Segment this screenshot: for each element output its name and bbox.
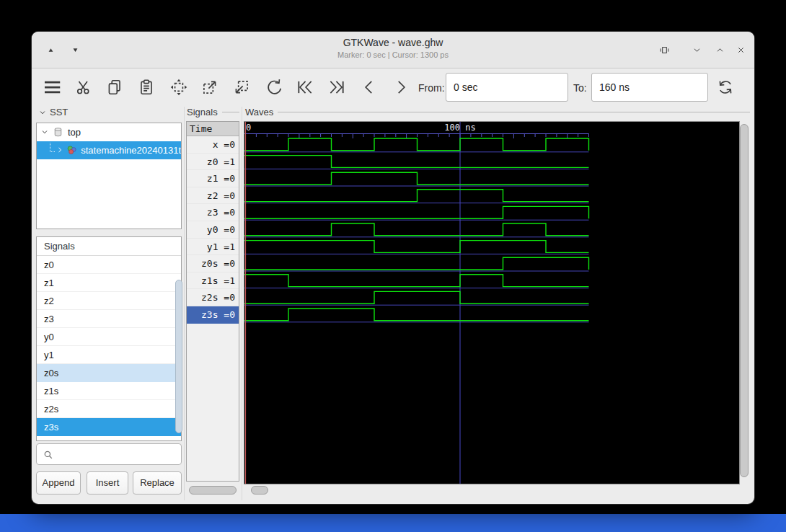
tree-item-label: top bbox=[68, 123, 81, 141]
reload-button[interactable] bbox=[713, 75, 738, 99]
step-left-button[interactable] bbox=[357, 75, 381, 99]
jump-end-icon bbox=[327, 78, 346, 97]
zoom-out-button[interactable] bbox=[229, 75, 254, 99]
signal-list-item-z0s[interactable]: z0s bbox=[37, 364, 181, 382]
signal-list-item-z0[interactable]: z0 bbox=[37, 256, 181, 274]
wave-name-z1s[interactable]: z1s =1 bbox=[187, 272, 239, 290]
frame-line bbox=[278, 112, 750, 112]
svg-text:100 ns: 100 ns bbox=[444, 123, 475, 133]
paned-separator[interactable] bbox=[184, 107, 185, 500]
desktop: GTKWave - wave.ghw Marker: 0 sec | Curso… bbox=[0, 0, 786, 532]
signal-list-item-z2[interactable]: z2 bbox=[37, 292, 181, 310]
sst-tree: topstatemachine20240131t bbox=[36, 123, 182, 229]
zoom-fit-button[interactable] bbox=[167, 75, 191, 99]
signal-list-item-y1[interactable]: y1 bbox=[37, 346, 181, 364]
triangle-up-icon bbox=[45, 45, 56, 56]
time-header[interactable]: Time bbox=[187, 122, 239, 136]
cut-icon bbox=[74, 78, 93, 97]
jump-start-icon bbox=[296, 78, 314, 97]
nav-up-button[interactable] bbox=[42, 41, 59, 58]
from-input[interactable] bbox=[446, 73, 568, 102]
copy-button[interactable] bbox=[102, 75, 127, 99]
wave-name-y0[interactable]: y0 =0 bbox=[187, 221, 239, 239]
tree-item-statemachine20240131t[interactable]: statemachine20240131t bbox=[37, 141, 181, 159]
replace-button[interactable]: Replace bbox=[133, 471, 182, 495]
to-label: To: bbox=[573, 82, 587, 94]
wave-name-z1[interactable]: z1 =0 bbox=[187, 170, 239, 187]
waves-vscrollbar-thumb[interactable] bbox=[740, 124, 749, 477]
search-icon bbox=[42, 448, 55, 461]
wave-name-z0s[interactable]: z0s =0 bbox=[187, 255, 239, 272]
nav-down-button[interactable] bbox=[66, 41, 84, 58]
zoom-in-icon bbox=[200, 78, 219, 97]
database-icon bbox=[52, 126, 65, 139]
expander-right-icon[interactable] bbox=[55, 145, 65, 156]
paste-icon bbox=[137, 78, 156, 97]
wave-name-z3[interactable]: z3 =0 bbox=[187, 204, 239, 221]
signals-frame-label-text: Signals bbox=[187, 107, 218, 118]
frame-line bbox=[222, 112, 239, 112]
wave-name-z3s[interactable]: z3s =0 bbox=[187, 306, 239, 324]
wave-canvas[interactable]: 0100 ns bbox=[244, 121, 740, 484]
insert-button[interactable]: Insert bbox=[87, 471, 128, 495]
close-icon bbox=[735, 44, 747, 56]
tree-item-top[interactable]: top bbox=[37, 123, 181, 141]
zoom-fit-icon bbox=[169, 78, 188, 97]
fit-icon bbox=[658, 44, 671, 56]
signal-list-item-z2s[interactable]: z2s bbox=[37, 400, 181, 418]
zoom-in-button[interactable] bbox=[198, 75, 222, 99]
undo-icon bbox=[264, 78, 283, 97]
signal-list-item-z1s[interactable]: z1s bbox=[37, 382, 181, 400]
sst-header[interactable]: SST bbox=[37, 107, 68, 118]
minimize-button[interactable] bbox=[688, 41, 705, 58]
tree-guide bbox=[50, 143, 55, 152]
copy-icon bbox=[105, 78, 124, 97]
wave-name-z0[interactable]: z0 =1 bbox=[187, 154, 239, 171]
signal-list-item-z1[interactable]: z1 bbox=[37, 274, 181, 292]
window-title: GTKWave - wave.ghw bbox=[118, 37, 668, 48]
signal-list-item-y0[interactable]: y0 bbox=[37, 328, 181, 346]
waves-frame-label: Waves bbox=[245, 107, 750, 118]
wave-names-panel: Time x =0z0 =1z1 =0z2 =0z3 =0y0 =0y1 =1z… bbox=[186, 121, 239, 482]
close-button[interactable] bbox=[732, 41, 749, 58]
to-input[interactable] bbox=[591, 73, 708, 102]
jump-end-button[interactable] bbox=[324, 75, 349, 99]
wave-name-z2[interactable]: z2 =0 bbox=[187, 187, 239, 205]
wave-name-x[interactable]: x =0 bbox=[187, 136, 239, 154]
waves-frame-label-text: Waves bbox=[245, 107, 273, 118]
gtkwave-window: GTKWave - wave.ghw Marker: 0 sec | Curso… bbox=[32, 32, 754, 504]
names-hscrollbar-thumb[interactable] bbox=[189, 486, 237, 495]
cut-button[interactable] bbox=[71, 75, 96, 99]
menu-icon bbox=[41, 76, 63, 98]
reload-icon bbox=[716, 78, 735, 97]
waves-hscrollbar-thumb[interactable] bbox=[251, 486, 268, 495]
signal-list-item-z3s[interactable]: z3s bbox=[37, 418, 181, 436]
menu-button[interactable] bbox=[40, 75, 64, 99]
signals-list-header: Signals bbox=[37, 237, 181, 256]
taskbar[interactable] bbox=[0, 514, 786, 532]
jump-start-button[interactable] bbox=[293, 75, 317, 99]
step-left-icon bbox=[360, 78, 379, 97]
from-label: From: bbox=[418, 82, 445, 94]
wave-name-y1[interactable]: y1 =1 bbox=[187, 239, 239, 256]
chevron-up-icon bbox=[714, 44, 726, 56]
step-right-button[interactable] bbox=[389, 75, 413, 99]
paned-separator[interactable] bbox=[242, 107, 242, 500]
undo-button[interactable] bbox=[261, 75, 286, 99]
signal-list-item-z3[interactable]: z3 bbox=[37, 310, 181, 328]
wave-name-z2s[interactable]: z2s =0 bbox=[187, 289, 239, 306]
paste-button[interactable] bbox=[134, 75, 159, 99]
fit-window-button[interactable] bbox=[655, 41, 673, 58]
expander-down-icon bbox=[37, 107, 48, 118]
module-icon bbox=[66, 144, 78, 157]
signals-frame-label: Signals bbox=[187, 107, 239, 118]
tree-item-label: statemachine20240131t bbox=[81, 141, 181, 159]
svg-text:0: 0 bbox=[246, 123, 251, 133]
signal-search-list: Signals z0z1z2z3y0y1z0sz1sz2sz3s bbox=[36, 236, 182, 441]
append-button[interactable]: Append bbox=[36, 471, 81, 495]
sst-header-label: SST bbox=[50, 107, 68, 118]
expander-down-icon[interactable] bbox=[40, 127, 51, 138]
signals-list-scrollbar-thumb[interactable] bbox=[175, 280, 182, 433]
search-input[interactable] bbox=[57, 445, 179, 465]
maximize-button[interactable] bbox=[711, 41, 728, 58]
